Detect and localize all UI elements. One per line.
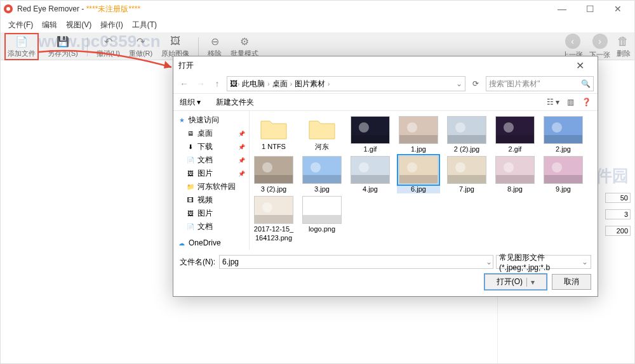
file-name: 1 NTFS: [252, 143, 295, 151]
view-mode-button[interactable]: ☷ ▾: [547, 98, 559, 107]
dialog-toolbar: 组织 ▾ 新建文件夹 ☷ ▾ ▥ ❓: [173, 93, 598, 111]
tree-downloads[interactable]: ⬇下载📌: [173, 140, 249, 153]
delete-button[interactable]: 🗑 删除: [617, 35, 631, 58]
tree-onedrive[interactable]: ☁OneDrive: [173, 237, 249, 249]
dialog-close-button[interactable]: ✕: [567, 60, 592, 72]
file-name: 9.jpg: [542, 185, 585, 193]
tree-doc2[interactable]: 📄文档: [173, 220, 249, 233]
file-item[interactable]: 1 NTFS: [252, 116, 295, 153]
filename-input[interactable]: [219, 255, 493, 269]
prop-input-3[interactable]: [605, 226, 631, 236]
svg-rect-46: [255, 215, 293, 224]
cancel-button[interactable]: 取消: [552, 274, 591, 290]
back-button[interactable]: ←: [177, 77, 191, 91]
file-name: 7.jpg: [445, 185, 488, 193]
dialog-footer: 文件名(N): ⌄ 常见图形文件 (*.jpeg;*.jpg;*.b⌄ 打开(O…: [173, 250, 598, 296]
titlebar: Red Eye Remover - ****未注册版**** — ☐ ✕: [1, 1, 634, 17]
document-icon: 📄: [186, 223, 195, 231]
search-icon: 🔍: [581, 79, 591, 88]
file-name: logo.png: [300, 225, 344, 233]
image-thumbnail: [495, 116, 535, 144]
file-name: 4.jpg: [349, 185, 392, 193]
tree-desktop[interactable]: 🖥桌面📌: [173, 127, 249, 140]
filetype-select[interactable]: 常见图形文件 (*.jpeg;*.jpg;*.b⌄: [496, 255, 591, 269]
video-icon: 🎞: [186, 196, 195, 205]
file-item[interactable]: 8.jpg: [493, 156, 537, 193]
folder-icon: 📁: [186, 183, 195, 192]
file-item[interactable]: 7.jpg: [445, 156, 488, 193]
minimize-button[interactable]: —: [548, 1, 576, 17]
svg-rect-34: [399, 175, 438, 184]
file-item[interactable]: logo.png: [300, 196, 344, 242]
undo-button[interactable]: ↶ 撤消(U): [97, 35, 120, 58]
file-item[interactable]: 2.jpg: [542, 116, 585, 153]
app-icon: [3, 4, 13, 14]
maximize-button[interactable]: ☐: [576, 1, 604, 17]
menu-file[interactable]: 文件(F): [4, 18, 37, 32]
breadcrumb[interactable]: 🖼 › 此电脑 › 桌面 › 图片素材 › ⌄: [227, 76, 465, 91]
help-button[interactable]: ❓: [582, 98, 591, 107]
svg-point-36: [455, 162, 465, 172]
dialog-title: 打开: [178, 60, 194, 71]
svg-point-30: [359, 162, 369, 172]
file-item[interactable]: 2.gif: [493, 116, 537, 153]
add-file-button[interactable]: 📄 添加文件: [4, 33, 39, 60]
tree-hedong[interactable]: 📁河东软件园: [173, 180, 249, 193]
forward-button[interactable]: →: [194, 77, 208, 91]
svg-point-24: [262, 162, 272, 172]
tree-video[interactable]: 🎞视频: [173, 193, 249, 207]
save-icon: 💾: [57, 35, 69, 48]
file-item[interactable]: 6.jpg: [397, 156, 440, 193]
svg-point-33: [407, 162, 417, 172]
file-item[interactable]: 2 (2).jpg: [445, 116, 488, 153]
menu-tools[interactable]: 工具(T): [128, 18, 161, 32]
file-item[interactable]: 3.jpg: [300, 156, 344, 193]
tree-documents[interactable]: 📄文档📌: [173, 153, 249, 167]
prop-input-2[interactable]: [605, 209, 631, 219]
menubar: 文件(F) 编辑 视图(V) 操作(I) 工具(T): [1, 17, 634, 32]
svg-rect-13: [399, 135, 438, 144]
up-button[interactable]: ↑: [210, 77, 224, 91]
redo-icon: ↷: [135, 35, 147, 48]
svg-point-21: [552, 122, 562, 133]
tree-pictures[interactable]: 🖼图片📌: [173, 167, 249, 180]
file-item[interactable]: 1.jpg: [397, 116, 440, 153]
original-button[interactable]: 🖼 原始图像: [161, 35, 189, 58]
redo-button[interactable]: ↷ 重做(R): [129, 35, 152, 58]
menu-edit[interactable]: 编辑: [38, 18, 61, 32]
image-thumbnail: [544, 116, 583, 144]
tree-pic2[interactable]: 🖼图片: [173, 207, 249, 220]
close-button[interactable]: ✕: [604, 1, 632, 17]
file-name: 2.gif: [493, 145, 537, 153]
refresh-button[interactable]: ⟳: [468, 79, 483, 88]
file-item[interactable]: 9.jpg: [542, 156, 585, 193]
chevron-down-icon[interactable]: ⌄: [456, 79, 462, 88]
file-item[interactable]: 河东: [300, 116, 344, 153]
preview-pane-button[interactable]: ▥: [567, 98, 574, 107]
svg-rect-25: [255, 175, 293, 184]
search-input[interactable]: 搜索"图片素材" 🔍: [486, 76, 594, 91]
next-icon: ›: [592, 34, 608, 49]
svg-rect-37: [448, 175, 486, 184]
image-thumbnail: [302, 156, 342, 184]
tree-quick-access[interactable]: ★快速访问: [173, 114, 249, 127]
file-item[interactable]: 1.gif: [349, 116, 392, 153]
file-item[interactable]: 4.jpg: [349, 156, 392, 193]
download-icon: ⬇: [186, 143, 195, 152]
file-item[interactable]: 2017-12-15_164123.png: [252, 196, 295, 242]
menu-action[interactable]: 操作(I): [97, 18, 126, 32]
batch-button[interactable]: ⚙ 批量模式: [231, 35, 258, 58]
prop-input-1[interactable]: [605, 193, 631, 203]
file-name: 6.jpg: [397, 185, 440, 193]
new-folder-button[interactable]: 新建文件夹: [216, 97, 254, 108]
remove-button[interactable]: ⊖ 移除: [208, 35, 222, 58]
svg-rect-28: [303, 175, 341, 184]
document-icon: 📄: [186, 156, 195, 165]
menu-view[interactable]: 视图(V): [62, 18, 95, 32]
trash-icon: 🗑: [617, 35, 630, 48]
save-as-button[interactable]: 💾 另存为(S): [48, 35, 78, 58]
open-button[interactable]: 打开(O)▾: [485, 274, 547, 290]
image-thumbnail: [302, 196, 342, 224]
organize-menu[interactable]: 组织 ▾: [180, 97, 201, 108]
file-item[interactable]: 3 (2).jpg: [252, 156, 295, 193]
